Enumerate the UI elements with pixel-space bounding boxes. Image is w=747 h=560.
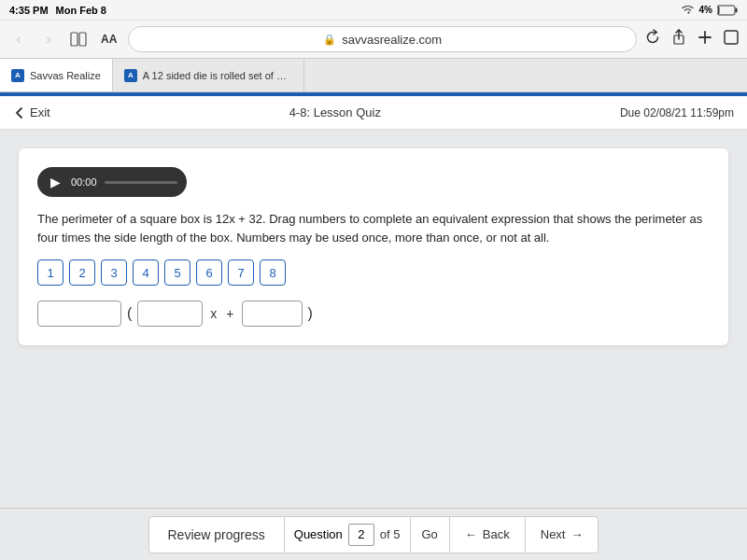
exit-button[interactable]: Exit <box>13 105 50 119</box>
lesson-header: Exit 4-8: Lesson Quiz Due 02/08/21 11:59… <box>0 96 747 130</box>
share-button[interactable] <box>670 29 687 50</box>
question-text: The perimeter of a square box is 12x + 3… <box>37 210 710 246</box>
number-tile-5[interactable]: 5 <box>164 259 190 286</box>
bottom-bar: Review progress Question of 5 Go ← Back … <box>0 508 747 560</box>
forward-nav-button[interactable]: › <box>37 28 60 50</box>
question-number-input[interactable] <box>348 524 374 546</box>
svg-rect-8 <box>725 31 738 44</box>
next-button[interactable]: Next → <box>526 516 599 553</box>
dice-favicon: A <box>124 69 137 82</box>
question-card: ▶ 00:00 The perimeter of a square box is… <box>19 148 728 345</box>
of-label: of 5 <box>380 527 401 541</box>
lock-icon: 🔒 <box>323 34 336 46</box>
address-bar[interactable]: 🔒 savvasrealize.com <box>128 26 637 52</box>
number-tile-6[interactable]: 6 <box>196 259 222 286</box>
status-bar: 4:35 PM Mon Feb 8 4% <box>0 0 747 21</box>
number-tile-2[interactable]: 2 <box>69 259 95 286</box>
number-tiles: 1 2 3 4 5 6 7 8 <box>37 259 710 286</box>
svg-rect-4 <box>79 33 86 46</box>
number-tile-8[interactable]: 8 <box>260 259 286 286</box>
audio-time: 00:00 <box>71 176 97 188</box>
next-arrow: → <box>571 527 583 541</box>
svg-rect-2 <box>718 7 720 14</box>
reload-button[interactable] <box>644 29 661 50</box>
drop-zone-x-coeff[interactable] <box>137 301 203 327</box>
next-label: Next <box>541 527 566 541</box>
expression-row: ( x + ) <box>37 301 710 327</box>
expression-x: x <box>208 306 218 321</box>
svg-rect-3 <box>71 33 78 46</box>
expression-plus: + <box>224 306 235 321</box>
url-text: savvasrealize.com <box>342 33 442 47</box>
back-button[interactable]: ← Back <box>450 516 526 553</box>
main-content: ▶ 00:00 The perimeter of a square box is… <box>0 130 747 539</box>
open-paren: ( <box>127 305 132 322</box>
question-nav: Question of 5 <box>285 516 411 553</box>
drop-zone-constant[interactable] <box>242 301 303 327</box>
go-button[interactable]: Go <box>411 516 450 553</box>
tab-savvas[interactable]: A Savvas Realize <box>0 59 113 91</box>
status-time: 4:35 PM <box>9 5 49 16</box>
new-tab-button[interactable] <box>697 29 713 50</box>
status-date: Mon Feb 8 <box>56 5 106 16</box>
browser-chrome: ‹ › AA 🔒 savvasrealize.com <box>0 21 747 59</box>
back-nav-button[interactable]: ‹ <box>7 28 30 50</box>
tab-savvas-title: Savvas Realize <box>30 70 101 81</box>
back-arrow: ← <box>465 527 477 541</box>
audio-player: ▶ 00:00 <box>37 167 187 197</box>
svg-rect-0 <box>717 6 735 15</box>
tab-bar: A Savvas Realize A A 12 sided die is rol… <box>0 59 747 92</box>
lesson-title: 4-8: Lesson Quiz <box>289 105 381 119</box>
browser-actions <box>644 29 740 50</box>
tab-dice-title: A 12 sided die is rolled set of equally … <box>143 70 292 81</box>
due-date: Due 02/08/21 11:59pm <box>620 106 734 119</box>
exit-label: Exit <box>30 105 50 119</box>
close-paren: ) <box>308 305 313 322</box>
svg-rect-1 <box>736 7 738 12</box>
review-progress-button[interactable]: Review progress <box>148 516 285 553</box>
question-label: Question <box>294 527 343 541</box>
wifi-icon <box>681 4 695 17</box>
battery-icon <box>717 5 738 16</box>
number-tile-7[interactable]: 7 <box>228 259 254 286</box>
back-label: Back <box>483 527 510 541</box>
drop-zone-multiplier[interactable] <box>37 301 121 327</box>
number-tile-4[interactable]: 4 <box>133 259 159 286</box>
savvas-favicon: A <box>11 69 24 82</box>
number-tile-3[interactable]: 3 <box>101 259 127 286</box>
battery-text: 4% <box>699 5 712 15</box>
tabs-overview-button[interactable] <box>723 29 740 50</box>
number-tile-1[interactable]: 1 <box>37 259 63 286</box>
tab-dice[interactable]: A A 12 sided die is rolled set of equall… <box>113 59 304 91</box>
play-button[interactable]: ▶ <box>47 174 63 190</box>
reader-view-button[interactable]: AA <box>97 31 120 48</box>
reading-list-button[interactable] <box>67 28 90 50</box>
audio-progress-track[interactable] <box>105 181 177 184</box>
